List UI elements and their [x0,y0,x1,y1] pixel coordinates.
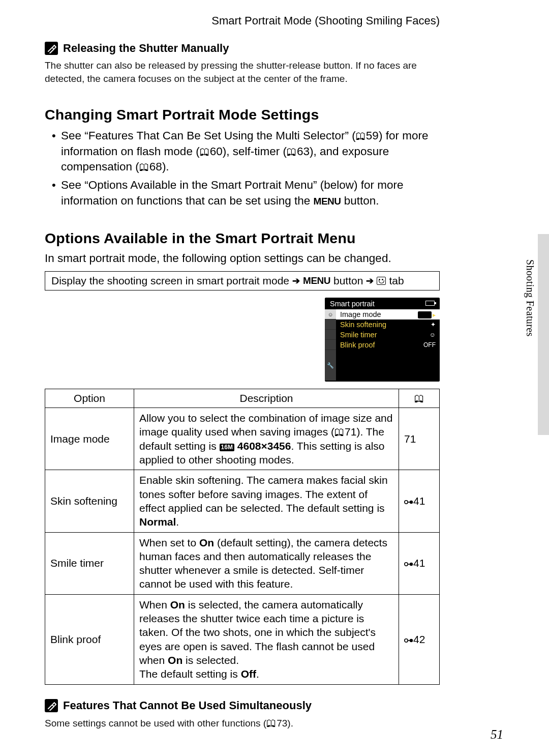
lcd-tab-blank [325,319,336,330]
heading-options-available: Options Available in the Smart Portrait … [45,230,440,247]
svg-point-0 [405,501,408,504]
book-icon: 🕮 [334,425,345,439]
lcd-title: Smart portrait [330,300,375,308]
book-icon: 🕮 [200,145,210,159]
lcd-tab-blank [325,340,336,350]
svg-point-5 [410,638,413,642]
row-smile-timer: Smile timer When set to On (default sett… [45,532,440,594]
pencil-note-icon [45,42,58,55]
th-description: Description [134,389,399,408]
breadcrumb: Smart Portrait Mode (Shooting Smiling Fa… [45,14,440,33]
options-table: Option Description 🕮 Image mode Allow yo… [45,389,440,684]
th-page-ref-icon: 🕮 [399,389,440,408]
lcd-menu-preview: Smart portrait ☺ 🔧 Image mode 16M▸ [325,298,440,382]
navigation-path-box: Display the shooting screen in smart por… [45,271,440,290]
lcd-row-smile-timer: Smile timer☺ [336,330,440,340]
arrow-right-icon: ➔ [366,275,374,286]
lcd-row-skin-softening: Skin softening✦ [336,319,440,330]
note-releasing-shutter-body: The shutter can also be released by pres… [45,59,440,85]
svg-point-2 [405,563,408,566]
row-blink-proof: Blink proof When On is selected, the cam… [45,594,440,684]
lcd-row-image-mode: Image mode 16M▸ [336,309,440,319]
svg-point-4 [405,638,408,642]
menu-button-glyph: MENU [314,195,341,208]
detail-ref-icon [404,496,413,503]
heading-changing-settings: Changing Smart Portrait Mode Settings [45,106,440,123]
battery-icon [425,301,435,306]
image-mode-16m-icon: 16M [220,444,234,452]
note-features-simultaneous-title: Features That Cannot Be Used Simultaneou… [63,699,312,712]
page-number: 51 [491,728,503,742]
side-thumb-tab: Shooting Features [521,234,549,435]
arrow-right-icon: ➔ [292,275,300,286]
lcd-row-blink-proof: Blink proofOFF [336,340,440,350]
lcd-tab-blank [325,330,336,340]
row-skin-softening: Skin softening Enable skin softening. Th… [45,470,440,532]
pencil-note-icon [45,699,58,712]
book-icon: 🕮 [356,129,366,143]
bullet-options-available: See “Options Available in the Smart Port… [52,178,440,209]
book-icon: 🕮 [266,716,277,730]
svg-point-3 [410,563,413,566]
options-intro: In smart portrait mode, the following op… [45,252,440,265]
bullet-multi-selector: See “Features That Can Be Set Using the … [52,128,440,175]
lcd-side-tabs: ☺ 🔧 [325,309,336,381]
smart-portrait-tab-icon [377,277,386,285]
detail-ref-icon [404,558,413,565]
row-image-mode: Image mode Allow you to select the combi… [45,408,440,470]
lcd-tab-smart-portrait-icon: ☺ [325,309,336,319]
side-tab-label: Shooting Features [524,259,536,337]
svg-point-1 [410,501,413,504]
lcd-option-list: Image mode 16M▸ Skin softening✦ Smile ti… [336,309,440,381]
lcd-tab-setup-icon: 🔧 [325,350,336,381]
detail-ref-icon [404,634,413,642]
book-icon: 🕮 [139,160,149,174]
menu-button-glyph: MENU [303,275,330,286]
chevron-right-icon: ▸ [433,311,436,318]
th-option: Option [45,389,134,408]
note-features-simultaneous-body: Some settings cannot be used with other … [45,716,440,730]
book-icon: 🕮 [287,145,297,159]
note-releasing-shutter-title: Releasing the Shutter Manually [63,42,229,55]
